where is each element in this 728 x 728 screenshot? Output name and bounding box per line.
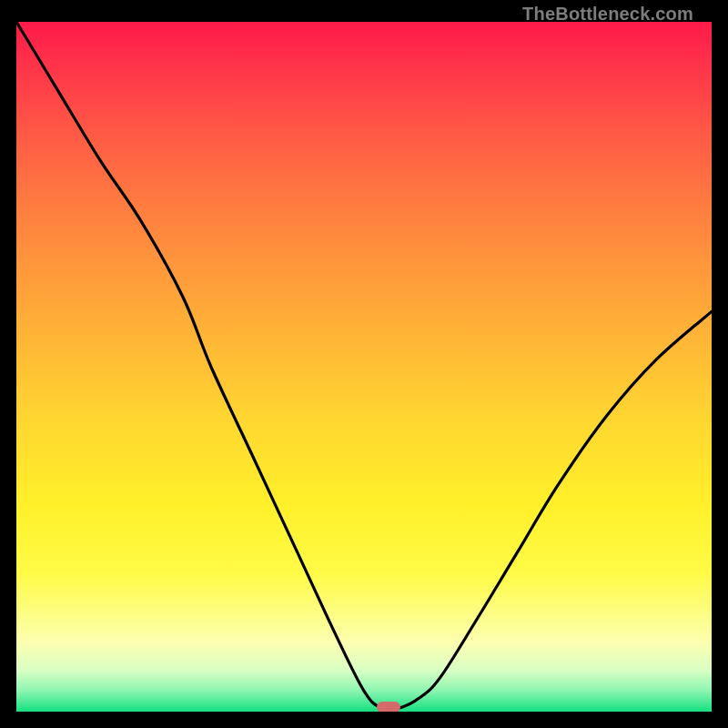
bottleneck-curve-path [16,22,712,710]
plot-area [16,22,712,712]
chart-frame: TheBottleneck.com [16,0,712,712]
optimal-marker [377,702,400,712]
curve-svg [16,22,712,712]
